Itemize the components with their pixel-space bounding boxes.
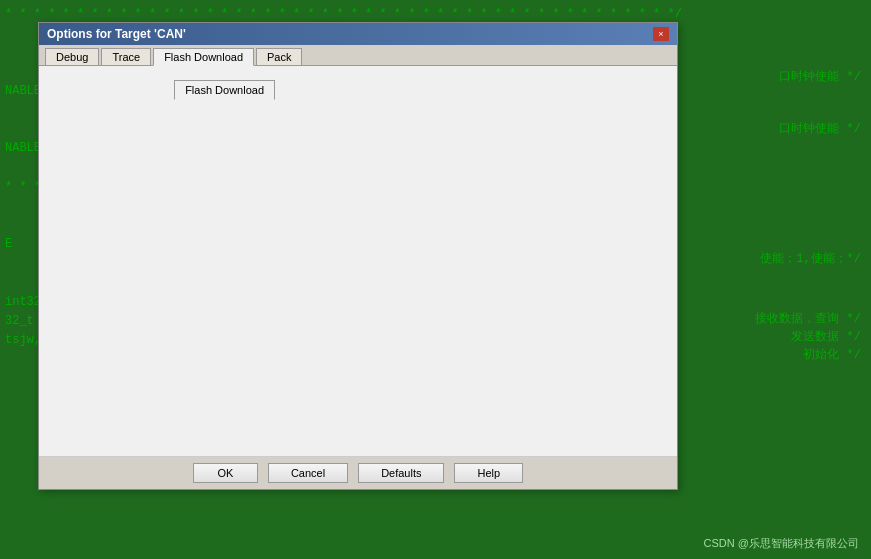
outer-defaults-button[interactable]: Defaults xyxy=(358,463,444,483)
outer-tab-flash-download[interactable]: Flash Download xyxy=(153,48,254,66)
tab-flash-download[interactable]: Flash Download xyxy=(174,80,275,100)
code-right-2: 口时钟使能 */ xyxy=(779,120,861,137)
outer-tab-pack[interactable]: Pack xyxy=(256,48,302,65)
code-right-3: 使能；1,使能；*/ xyxy=(760,250,861,267)
outer-tab-debug[interactable]: Debug xyxy=(45,48,99,65)
outer-tab-bar: Debug Trace Flash Download Pack xyxy=(39,45,677,66)
csdn-footer: CSDN @乐思智能科技有限公司 xyxy=(704,536,859,551)
code-right-4: 接收数据，查询 */ xyxy=(755,310,861,327)
code-right-5: 发送数据 */ xyxy=(791,328,861,345)
outer-cancel-button[interactable]: Cancel xyxy=(268,463,348,483)
outer-ok-button[interactable]: OK xyxy=(193,463,258,483)
outer-tab-trace[interactable]: Trace xyxy=(101,48,151,65)
outer-dialog-frame: Options for Target 'CAN' × Debug Trace F… xyxy=(38,22,678,490)
outer-help-button[interactable]: Help xyxy=(454,463,523,483)
outer-bottom-buttons: OK Cancel Defaults Help xyxy=(39,456,677,489)
code-right-6: 初始化 */ xyxy=(803,346,861,363)
outer-titlebar: Options for Target 'CAN' × xyxy=(39,23,677,45)
outer-body-spacer xyxy=(39,66,677,456)
outer-close-btn[interactable]: × xyxy=(653,27,669,41)
outer-dialog-title: Options for Target 'CAN' xyxy=(47,27,186,41)
code-right-1: 口时钟使能 */ xyxy=(779,68,861,85)
